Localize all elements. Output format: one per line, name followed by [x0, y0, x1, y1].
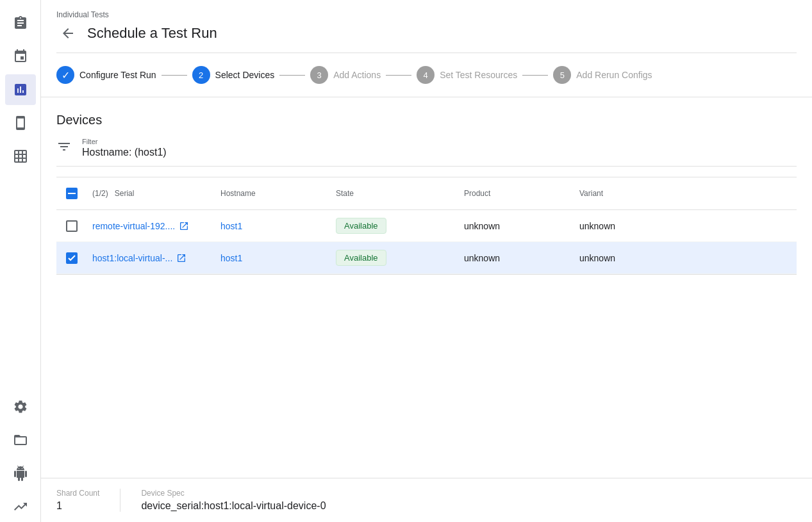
row-1-checkbox-cell[interactable]: [56, 215, 87, 237]
state-col-header: State: [331, 184, 459, 203]
filter-label: Filter: [82, 138, 797, 145]
variant-col-header: Variant: [574, 184, 690, 203]
title-row: Schedule a Test Run: [56, 22, 797, 53]
step-1-checkmark: ✓: [62, 69, 70, 81]
select-all-checkbox[interactable]: [66, 188, 78, 199]
step-3: 3 Add Actions: [310, 66, 381, 84]
row-1-external-link-icon[interactable]: [179, 221, 189, 231]
product-col-header: Product: [459, 184, 574, 203]
sidebar-item-wave[interactable]: [5, 491, 36, 522]
sidebar-item-settings[interactable]: [5, 391, 36, 422]
stepper: ✓ Configure Test Run 2 Select Devices 3 …: [41, 53, 812, 97]
breadcrumb: Individual Tests: [56, 5, 797, 22]
bottom-divider: [120, 489, 120, 512]
row-1-hostname: host1: [215, 216, 331, 236]
count-header: (1/2) Serial: [87, 184, 215, 203]
sidebar-item-chart[interactable]: [5, 74, 36, 105]
select-all-cell[interactable]: [56, 183, 87, 204]
section-title: Devices: [56, 113, 797, 127]
row-1-product: unknown: [459, 216, 574, 236]
row-1-status-badge: Available: [336, 218, 386, 234]
row-1-serial-link[interactable]: remote-virtual-192....: [92, 221, 175, 231]
step-3-label: Add Actions: [333, 70, 381, 80]
step-2-label: Select Devices: [215, 70, 275, 80]
hostname-col-header: Hostname: [215, 184, 331, 203]
page-title: Schedule a Test Run: [87, 25, 217, 42]
device-spec-label: Device Spec: [141, 489, 326, 498]
step-5-circle: 5: [553, 66, 571, 84]
filter-section: Filter Hostname: (host1): [56, 138, 797, 167]
row-2-checkbox-cell[interactable]: [56, 247, 87, 269]
device-spec-field: Device Spec device_serial:host1:local-vi…: [141, 489, 326, 512]
table-row[interactable]: remote-virtual-192.... host1 Available u…: [56, 210, 797, 242]
count-badge: (1/2): [92, 189, 108, 198]
step-5-label: Add Rerun Configs: [576, 70, 652, 80]
sidebar-item-calendar[interactable]: [5, 41, 36, 72]
table-row[interactable]: host1:local-virtual-... host1 Available …: [56, 242, 797, 274]
step-3-circle: 3: [310, 66, 328, 84]
connector-4-5: [522, 75, 548, 76]
content-area: Devices Filter Hostname: (host1): [41, 97, 812, 478]
main-content: Individual Tests Schedule a Test Run ✓ C…: [41, 0, 812, 522]
bottom-section: Shard Count 1 Device Spec device_serial:…: [41, 478, 812, 522]
filter-content: Filter Hostname: (host1): [82, 138, 797, 158]
serial-col-header: Serial: [115, 189, 135, 198]
row-2-hostname: host1: [215, 248, 331, 268]
step-2-circle: 2: [192, 66, 210, 84]
step-4-number: 4: [424, 70, 428, 80]
sidebar-item-grid[interactable]: [5, 141, 36, 172]
row-1-serial: remote-virtual-192....: [87, 216, 215, 236]
row-1-checkbox[interactable]: [66, 220, 78, 232]
step-1-circle: ✓: [56, 66, 74, 84]
step-2-number: 2: [199, 70, 203, 80]
row-2-hostname-link[interactable]: host1: [220, 253, 242, 263]
row-2-checkbox[interactable]: [66, 252, 78, 264]
filter-icon[interactable]: [56, 139, 72, 158]
step-3-number: 3: [317, 70, 322, 80]
row-2-serial: host1:local-virtual-...: [87, 248, 215, 268]
filter-value[interactable]: Hostname: (host1): [82, 147, 797, 158]
step-4-label: Set Test Resources: [440, 70, 517, 80]
connector-3-4: [386, 75, 411, 76]
shard-count-field: Shard Count 1: [56, 489, 99, 512]
device-spec-value: device_serial:host1:local-virtual-device…: [141, 500, 326, 512]
row-2-state: Available: [331, 245, 459, 271]
svg-rect-0: [68, 193, 76, 194]
step-5: 5 Add Rerun Configs: [553, 66, 652, 84]
row-1-hostname-link[interactable]: host1: [220, 221, 242, 231]
table-header: (1/2) Serial Hostname State Product Vari…: [56, 177, 797, 210]
row-1-variant: unknown: [574, 216, 690, 236]
row-2-serial-link[interactable]: host1:local-virtual-...: [92, 253, 172, 263]
header: Individual Tests Schedule a Test Run: [41, 0, 812, 53]
row-2-variant: unknown: [574, 248, 690, 268]
row-2-status-badge: Available: [336, 250, 386, 266]
step-4: 4 Set Test Resources: [417, 66, 517, 84]
back-button[interactable]: [56, 22, 79, 45]
sidebar-item-clipboard[interactable]: [5, 8, 36, 38]
step-2: 2 Select Devices: [192, 66, 275, 84]
sidebar-item-android[interactable]: [5, 458, 36, 489]
row-2-external-link-icon[interactable]: [176, 253, 186, 263]
shard-count-value: 1: [56, 500, 99, 512]
row-1-state: Available: [331, 213, 459, 239]
step-1-label: Configure Test Run: [79, 70, 156, 80]
connector-2-3: [279, 75, 305, 76]
step-5-number: 5: [560, 70, 565, 80]
sidebar: [0, 0, 41, 522]
step-1: ✓ Configure Test Run: [56, 66, 156, 84]
sidebar-item-folder[interactable]: [5, 425, 36, 455]
connector-1-2: [162, 75, 187, 76]
shard-count-label: Shard Count: [56, 489, 99, 498]
devices-table: (1/2) Serial Hostname State Product Vari…: [56, 177, 797, 275]
sidebar-item-phone[interactable]: [5, 108, 36, 138]
row-2-product: unknown: [459, 248, 574, 268]
step-4-circle: 4: [417, 66, 435, 84]
